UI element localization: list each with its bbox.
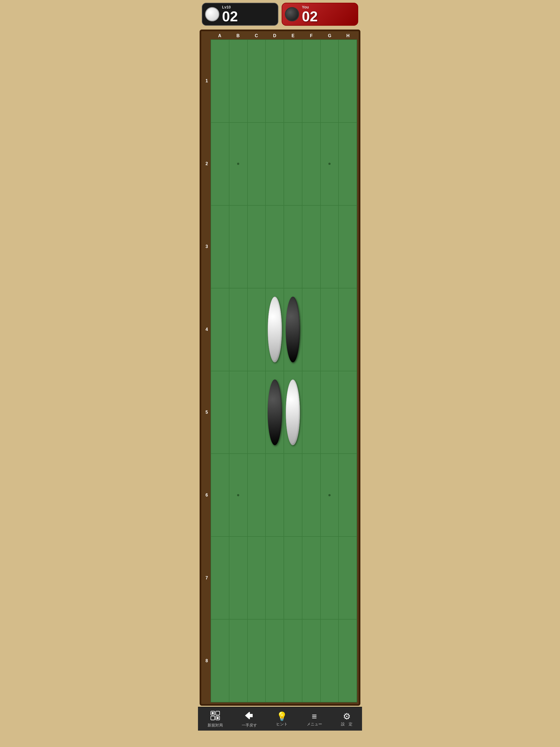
- cell-A1[interactable]: [211, 40, 229, 123]
- col-header-B: B: [229, 33, 247, 40]
- cell-F5[interactable]: [302, 371, 321, 454]
- cell-H2[interactable]: [338, 123, 357, 205]
- cell-C7[interactable]: [248, 537, 266, 619]
- col-header-E: E: [284, 33, 302, 40]
- cell-B8[interactable]: [229, 619, 248, 702]
- cell-E6[interactable]: [284, 454, 302, 537]
- app-container: Lv10 02 You 02 ABCDEFGH 12345678: [198, 0, 362, 747]
- row-headers: 12345678: [203, 40, 210, 702]
- cell-E8[interactable]: [284, 619, 302, 702]
- cell-C1[interactable]: [248, 40, 266, 123]
- cell-H7[interactable]: [338, 537, 357, 619]
- bottom-bar: [198, 730, 362, 747]
- cell-F4[interactable]: [302, 288, 321, 371]
- col-headers: ABCDEFGH: [210, 33, 357, 40]
- you-score-box: You 02: [282, 3, 358, 26]
- svg-point-5: [217, 717, 219, 719]
- cell-F7[interactable]: [302, 537, 321, 619]
- new-game-icon: [210, 711, 220, 722]
- cell-C5[interactable]: [248, 371, 266, 454]
- cell-A3[interactable]: [211, 205, 229, 288]
- cell-B6[interactable]: [229, 454, 248, 537]
- col-header-D: D: [265, 33, 284, 40]
- new-game-button[interactable]: 新規対局: [203, 710, 227, 729]
- cell-C2[interactable]: [248, 123, 266, 205]
- cell-B4[interactable]: [229, 288, 248, 371]
- you-score-info: You 02: [302, 5, 353, 24]
- cell-E7[interactable]: [284, 537, 302, 619]
- cell-D5[interactable]: [265, 371, 284, 454]
- cell-G6[interactable]: [321, 454, 339, 537]
- row-header-1: 1: [203, 40, 210, 122]
- row-header-3: 3: [203, 205, 210, 288]
- cell-A5[interactable]: [211, 371, 229, 454]
- cell-D3[interactable]: [265, 205, 284, 288]
- cell-F2[interactable]: [302, 123, 321, 205]
- cell-F6[interactable]: [302, 454, 321, 537]
- cell-H5[interactable]: [338, 371, 357, 454]
- svg-point-4: [212, 712, 214, 714]
- row-header-7: 7: [203, 537, 210, 620]
- cell-G3[interactable]: [321, 205, 339, 288]
- cell-C8[interactable]: [248, 619, 266, 702]
- cell-D4[interactable]: [265, 288, 284, 371]
- cell-F1[interactable]: [302, 40, 321, 123]
- you-score: 02: [302, 9, 353, 24]
- cell-C4[interactable]: [248, 288, 266, 371]
- cell-H6[interactable]: [338, 454, 357, 537]
- cell-A6[interactable]: [211, 454, 229, 537]
- undo-button[interactable]: 一手戻す: [237, 710, 261, 729]
- cell-H3[interactable]: [338, 205, 357, 288]
- cell-E4[interactable]: [284, 288, 302, 371]
- you-avatar: [285, 7, 299, 21]
- cell-G4[interactable]: [321, 288, 339, 371]
- cell-H4[interactable]: [338, 288, 357, 371]
- cell-E1[interactable]: [284, 40, 302, 123]
- cell-E3[interactable]: [284, 205, 302, 288]
- cell-H8[interactable]: [338, 619, 357, 702]
- row-header-8: 8: [203, 620, 210, 702]
- cell-D2[interactable]: [265, 123, 284, 205]
- undo-icon: [245, 711, 254, 722]
- cell-F3[interactable]: [302, 205, 321, 288]
- cell-G2[interactable]: [321, 123, 339, 205]
- cell-E2[interactable]: [284, 123, 302, 205]
- cell-H1[interactable]: [338, 40, 357, 123]
- cell-F8[interactable]: [302, 619, 321, 702]
- settings-icon: ⚙: [343, 712, 351, 721]
- cell-G8[interactable]: [321, 619, 339, 702]
- hint-button[interactable]: 💡 ヒント: [272, 711, 292, 728]
- cell-G1[interactable]: [321, 40, 339, 123]
- cell-C3[interactable]: [248, 205, 266, 288]
- undo-label: 一手戻す: [242, 723, 257, 728]
- cell-B3[interactable]: [229, 205, 248, 288]
- menu-button[interactable]: ≡ メニュー: [302, 711, 327, 728]
- cell-B2[interactable]: [229, 123, 248, 205]
- col-header-G: G: [321, 33, 339, 40]
- cell-D1[interactable]: [265, 40, 284, 123]
- hint-icon: 💡: [276, 712, 287, 721]
- cell-E5[interactable]: [284, 371, 302, 454]
- col-header-C: C: [247, 33, 265, 40]
- cell-D7[interactable]: [265, 537, 284, 619]
- cell-G7[interactable]: [321, 537, 339, 619]
- cell-A7[interactable]: [211, 537, 229, 619]
- piece-black-D5: [268, 380, 282, 445]
- cell-A2[interactable]: [211, 123, 229, 205]
- cell-G5[interactable]: [321, 371, 339, 454]
- row-header-2: 2: [203, 122, 210, 205]
- board-grid[interactable]: [210, 40, 357, 702]
- menu-icon: ≡: [312, 712, 317, 721]
- cell-A4[interactable]: [211, 288, 229, 371]
- col-header-H: H: [339, 33, 357, 40]
- cell-B5[interactable]: [229, 371, 248, 454]
- cell-C6[interactable]: [248, 454, 266, 537]
- row-header-4: 4: [203, 288, 210, 371]
- cell-B7[interactable]: [229, 537, 248, 619]
- settings-button[interactable]: ⚙ 設 定: [337, 711, 357, 728]
- cell-D8[interactable]: [265, 619, 284, 702]
- cell-B1[interactable]: [229, 40, 248, 123]
- cell-A8[interactable]: [211, 619, 229, 702]
- col-header-A: A: [210, 33, 229, 40]
- cell-D6[interactable]: [265, 454, 284, 537]
